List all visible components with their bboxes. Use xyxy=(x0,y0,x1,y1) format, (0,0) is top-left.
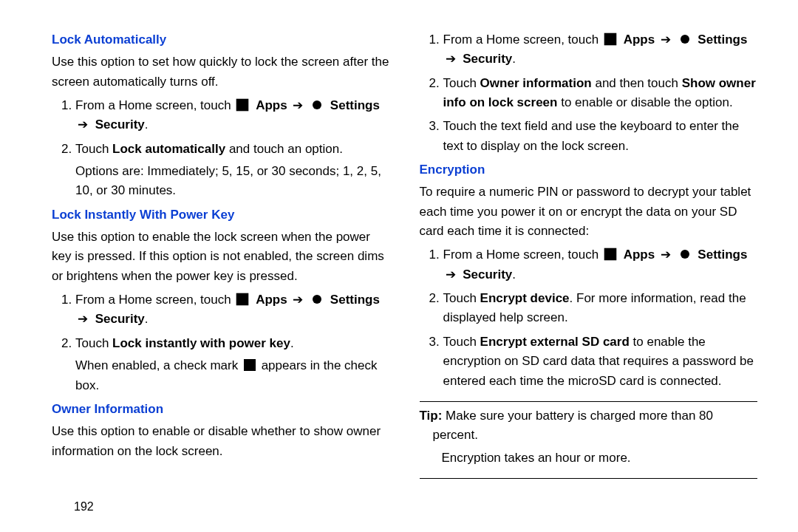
step: From a Home screen, touch Apps ➔ Setting… xyxy=(75,96,390,135)
step: From a Home screen, touch Apps ➔ Setting… xyxy=(75,290,390,330)
apps-icon xyxy=(236,98,249,112)
steps-encryption: From a Home screen, touch Apps ➔ Setting… xyxy=(427,245,758,390)
apps-icon xyxy=(604,33,617,46)
heading-lock-automatically: Lock Automatically xyxy=(52,30,390,50)
divider xyxy=(420,401,758,402)
arrow-icon: ➔ xyxy=(78,117,88,132)
left-column: Lock Automatically Use this option to se… xyxy=(52,26,390,517)
steps-owner-info: From a Home screen, touch Apps ➔ Setting… xyxy=(427,30,758,156)
apps-icon xyxy=(604,248,617,261)
step: Touch Encrypt device. For more informati… xyxy=(443,289,758,328)
tip-text: Tip: Make sure your battery is charged m… xyxy=(420,406,758,446)
apps-icon xyxy=(236,293,249,306)
gear-icon xyxy=(678,33,692,46)
divider xyxy=(420,478,758,479)
intro-encryption: To require a numeric PIN or password to … xyxy=(420,183,758,241)
gear-icon xyxy=(310,293,324,306)
step: Touch Lock instantly with power key. Whe… xyxy=(75,334,390,395)
tip-text-line2: Encryption takes an hour or more. xyxy=(420,449,758,468)
arrow-icon: ➔ xyxy=(446,52,456,66)
step: Touch Owner information and then touch S… xyxy=(443,74,758,113)
right-column: From a Home screen, touch Apps ➔ Setting… xyxy=(420,26,758,517)
gear-icon xyxy=(678,248,692,261)
step: Touch Lock automatically and touch an op… xyxy=(75,140,390,201)
arrow-icon: ➔ xyxy=(293,293,303,307)
heading-lock-instantly: Lock Instantly With Power Key xyxy=(52,205,390,225)
page-number: 192 xyxy=(74,500,94,514)
arrow-icon: ➔ xyxy=(78,312,88,326)
arrow-icon: ➔ xyxy=(661,248,671,262)
arrow-icon: ➔ xyxy=(661,33,671,47)
gear-icon xyxy=(310,98,324,112)
arrow-icon: ➔ xyxy=(293,98,303,112)
steps-lock-instantly: From a Home screen, touch Apps ➔ Setting… xyxy=(59,290,390,395)
intro-lock-automatically: Use this option to set how quickly to lo… xyxy=(52,52,390,92)
steps-lock-automatically: From a Home screen, touch Apps ➔ Setting… xyxy=(59,96,390,201)
arrow-icon: ➔ xyxy=(446,267,456,282)
intro-lock-instantly: Use this option to enable the lock scree… xyxy=(52,228,390,286)
checkmark-icon xyxy=(243,358,256,372)
heading-owner-info: Owner Information xyxy=(52,400,390,419)
step: Touch the text field and use the keyboar… xyxy=(443,117,758,156)
intro-owner-info: Use this option to enable or disable whe… xyxy=(52,422,390,461)
step: From a Home screen, touch Apps ➔ Setting… xyxy=(443,245,758,284)
step: Touch Encrypt external SD card to enable… xyxy=(443,332,758,391)
heading-encryption: Encryption xyxy=(420,160,758,180)
step: From a Home screen, touch Apps ➔ Setting… xyxy=(443,30,758,69)
